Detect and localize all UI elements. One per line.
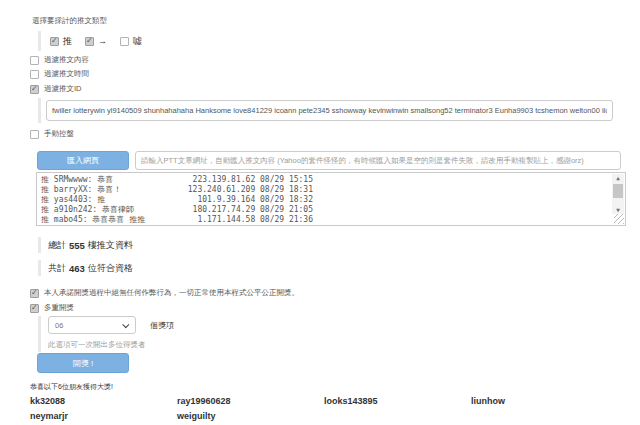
winner-name: neymarjr [30,411,177,421]
draw-button[interactable]: 開獎 ! [37,353,129,373]
filter-id-label: 過濾推文ID [44,84,82,94]
winner-name: kk32088 [30,396,177,406]
total-prefix: 總計 [48,239,66,252]
vertical-scrollbar[interactable]: ▲ ▼ [612,174,624,214]
type-option-arrow[interactable]: → [85,36,107,46]
multi-draw-row[interactable]: 多重開獎 [30,303,74,313]
comment-text: 推 yas4403: 推 [41,195,105,205]
multi-draw-label: 多重開獎 [44,303,74,313]
comment-type-group: 推 → 噓 [38,31,142,51]
qualified-stat: 共計 463 位符合資格 [38,260,133,276]
prize-unit-label: 個獎項 [150,320,174,331]
filter-content-row[interactable]: 過濾推文內容 [30,55,89,65]
comment-meta: 123.240.61.209 08/29 18:31 [188,185,313,195]
comment-meta: 223.139.81.62 08/29 15:15 [193,175,313,185]
filter-content-checkbox[interactable] [30,56,39,65]
scroll-down-icon[interactable]: ▼ [616,206,620,214]
import-page-button[interactable]: 匯入網頁 [37,151,129,170]
filter-id-row[interactable]: 過濾推文ID [30,84,82,94]
manual-rig-row[interactable]: 手動控盤 [30,129,74,139]
winner-name: looks143895 [324,396,471,406]
comment-text: 推 SRMwwww: 恭喜 [41,175,113,185]
winner-name: weiguilty [177,411,324,421]
comment-meta: 101.9.39.164 08/29 18:32 [197,195,313,205]
ptt-lottery-app: 選擇要採計的推文類型 推 → 噓 過濾推文內容 過濾推文時間 過濾推文ID 手動… [0,0,640,425]
winners-list: kk32088 ray19960628 looks143895 liunhow … [30,396,618,421]
fairness-declaration-label: 本人承諾開獎過程中絕無任何作弊行為，一切正常使用本程式公平公正開獎。 [44,288,299,298]
arrow-checkbox[interactable] [85,37,94,46]
comment-text: 推 barryXX: 恭喜！ [41,185,121,195]
total-count: 555 [69,240,85,251]
filter-content-label: 過濾推文內容 [44,55,89,65]
results-title: 恭喜以下6位朋友獲得大獎! [30,382,113,392]
comment-line: 推 yas4403: 推 101.9.39.164 08/29 18:32 [41,195,313,205]
comment-line: 推 a910n242: 恭喜律師 180.217.74.29 08/29 21:… [41,205,313,215]
push-checkbox[interactable] [50,37,59,46]
total-suffix: 樓推文資料 [88,239,133,252]
comment-line: 推 mabo45: 恭喜恭喜 推推 1.171.144.58 08/29 21:… [41,215,313,225]
multi-draw-checkbox[interactable] [30,304,39,313]
filter-time-label: 過濾推文時間 [44,69,89,79]
scrollbar-thumb[interactable] [613,184,623,198]
multi-draw-hint: 此選項可一次開出多位得獎者 [48,340,174,350]
comment-line: 推 barryXX: 恭喜！ 123.240.61.209 08/29 18:3… [41,185,313,195]
winner-name: ray19960628 [177,396,324,406]
arrow-label: → [98,36,107,46]
comment-text: 推 a910n242: 恭喜律師 [41,205,134,215]
article-url-input[interactable] [135,151,621,170]
boo-checkbox[interactable] [120,37,129,46]
comment-type-title: 選擇要採計的推文類型 [32,16,107,26]
id-list-input[interactable] [46,100,613,121]
comment-meta: 180.217.74.29 08/29 21:05 [193,205,313,215]
qualified-suffix: 位符合資格 [88,262,133,275]
fairness-declaration-row[interactable]: 本人承諾開獎過程中絕無任何作弊行為，一切正常使用本程式公平公正開獎。 [30,288,299,298]
manual-rig-checkbox[interactable] [30,130,39,139]
total-comments-stat: 總計 555 樓推文資料 [38,237,133,253]
chevron-down-icon [122,321,129,328]
type-option-boo[interactable]: 噓 [120,35,142,48]
comment-text: 推 mabo45: 恭喜恭喜 推推 [41,215,145,225]
comment-line: 推 SRMwwww: 恭喜 223.139.81.62 08/29 15:15 [41,175,313,185]
type-option-push[interactable]: 推 [50,35,72,48]
scroll-up-icon[interactable]: ▲ [616,174,620,182]
filter-time-checkbox[interactable] [30,70,39,79]
comments-textarea[interactable]: 推 SRMwwww: 恭喜 223.139.81.62 08/29 15:15 … [36,172,626,226]
qualified-count: 463 [69,263,85,274]
qualified-prefix: 共計 [48,262,66,275]
winner-name: liunhow [471,396,618,406]
filter-id-checkbox[interactable] [30,85,39,94]
filter-time-row[interactable]: 過濾推文時間 [30,69,89,79]
multi-draw-options-group: 06 個獎項 此選項可一次開出多位得獎者 [38,316,174,352]
fairness-declaration-checkbox[interactable] [30,289,39,298]
prize-count-value: 06 [55,321,124,330]
push-label: 推 [63,35,72,48]
comment-meta: 1.171.144.58 08/29 21:36 [197,215,313,225]
manual-rig-label: 手動控盤 [44,129,74,139]
resize-grip-icon[interactable] [614,214,624,224]
prize-count-select[interactable]: 06 [48,316,136,334]
boo-label: 噓 [133,35,142,48]
id-list-group [38,98,613,123]
